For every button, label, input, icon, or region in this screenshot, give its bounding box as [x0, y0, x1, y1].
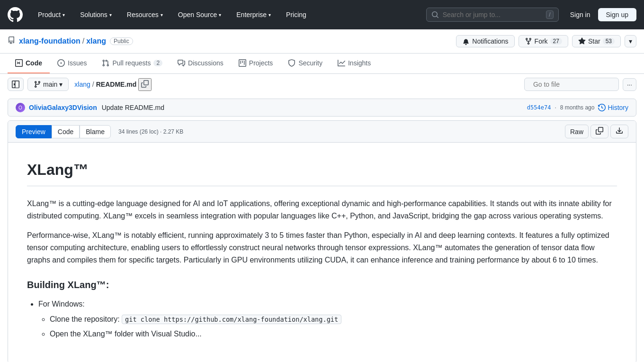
commit-author-link[interactable]: OliviaGalaxy3DVision: [29, 104, 97, 111]
add-button[interactable]: ▾: [625, 35, 636, 47]
readme-perf: Performance-wise, XLang™ is notably effi…: [27, 229, 617, 266]
fork-button[interactable]: Fork 27: [519, 35, 568, 47]
file-toolbar: main ▾ xlang / README.md ···: [0, 74, 644, 95]
chevron-down-icon: ▾: [63, 12, 65, 18]
view-tabs: Preview Code Blame: [16, 125, 111, 138]
issue-icon: [57, 59, 65, 67]
sidebar-toggle-button[interactable]: [8, 78, 24, 91]
code-icon: [15, 59, 23, 67]
tab-discussions[interactable]: Discussions: [170, 54, 231, 73]
security-icon: [288, 59, 295, 67]
star-button[interactable]: Star 53: [572, 35, 621, 47]
nav-pricing[interactable]: Pricing: [282, 8, 310, 21]
search-icon: [431, 11, 439, 18]
readme-title: XLang™: [27, 158, 617, 186]
readme-building-title: Building XLang™:: [27, 277, 617, 292]
file-view-header: Preview Code Blame 34 lines (26 loc) · 2…: [8, 121, 636, 143]
search-input[interactable]: [443, 11, 543, 18]
nav-resources[interactable]: Resources ▾: [123, 8, 167, 21]
repo-visibility-badge: Public: [110, 37, 133, 45]
projects-icon: [239, 59, 246, 67]
tab-blame-view[interactable]: Blame: [80, 125, 111, 138]
breadcrumb: xlang-foundation / xlang: [19, 37, 106, 45]
raw-button[interactable]: Raw: [565, 125, 589, 138]
repo-org-link[interactable]: xlang-foundation: [19, 37, 80, 45]
list-item: Clone the repository: git clone https://…: [50, 313, 617, 326]
repo-name-link[interactable]: xlang: [86, 37, 106, 45]
nav-enterprise[interactable]: Enterprise ▾: [233, 8, 275, 21]
github-logo[interactable]: [8, 7, 23, 22]
notifications-button[interactable]: Notifications: [456, 35, 514, 47]
discussions-icon: [178, 59, 185, 67]
chevron-down-icon: ▾: [109, 12, 112, 18]
branch-selector[interactable]: main ▾: [27, 78, 69, 91]
readme-intro: XLang™ is a cutting-edge language design…: [27, 198, 617, 222]
file-path-link[interactable]: xlang: [74, 81, 90, 88]
chevron-down-icon: ▾: [161, 12, 163, 18]
tab-insights[interactable]: Insights: [330, 54, 378, 73]
nav-product[interactable]: Product ▾: [34, 8, 69, 21]
copy-raw-button[interactable]: [590, 125, 608, 138]
readme-list: For Windows: Clone the repository: git c…: [38, 298, 617, 340]
star-icon: [578, 37, 586, 45]
clone-code: git clone https://github.com/xlang-found…: [122, 315, 341, 324]
history-link[interactable]: History: [598, 104, 628, 111]
auth-buttons: Sign in Sign up: [566, 8, 636, 21]
chevron-down-icon: ▾: [219, 12, 221, 18]
fork-icon: [525, 37, 532, 45]
file-current-name: README.md: [96, 81, 137, 88]
commit-row: O OliviaGalaxy3DVision Update README.md …: [8, 99, 636, 117]
download-button[interactable]: [610, 125, 628, 138]
nav-solutions[interactable]: Solutions ▾: [76, 8, 116, 21]
go-to-file-search[interactable]: [524, 78, 619, 91]
signin-button[interactable]: Sign in: [566, 9, 594, 21]
signup-button[interactable]: Sign up: [598, 8, 636, 21]
commit-meta: d554e74 · 8 months ago History: [527, 104, 628, 111]
search-shortcut: /: [546, 10, 553, 19]
list-item: Open the XLang™ folder with Visual Studi…: [50, 328, 617, 340]
tab-issues[interactable]: Issues: [50, 54, 94, 73]
file-path: xlang / README.md: [74, 78, 152, 91]
file-view: Preview Code Blame 34 lines (26 loc) · 2…: [8, 120, 636, 362]
chevron-down-icon: ▾: [59, 81, 63, 88]
file-actions: Raw: [565, 125, 628, 138]
pr-icon: [102, 59, 109, 67]
tab-pullrequests[interactable]: Pull requests 2: [94, 54, 170, 73]
insights-icon: [338, 59, 345, 67]
list-item: For Windows: Clone the repository: git c…: [38, 298, 617, 340]
chevron-down-icon: ▾: [268, 12, 271, 18]
search-bar[interactable]: /: [426, 8, 559, 22]
avatar: O: [16, 103, 25, 112]
copy-path-button[interactable]: [138, 78, 152, 91]
top-nav: Product ▾ Solutions ▾ Resources ▾ Open S…: [0, 0, 644, 29]
repo-tabs: Code Issues Pull requests 2 Discussions …: [0, 54, 644, 74]
repo-header: xlang-foundation / xlang Public Notifica…: [0, 29, 644, 54]
go-to-file-input[interactable]: [533, 81, 616, 88]
commit-message: Update README.md: [102, 104, 164, 111]
readme-content: XLang™ XLang™ is a cutting-edge language…: [8, 143, 636, 362]
commit-age: 8 months ago: [560, 104, 595, 111]
tab-code[interactable]: Code: [8, 54, 50, 73]
file-stats: 34 lines (26 loc) · 2.27 KB: [118, 128, 183, 135]
repo-icon: [8, 36, 15, 46]
more-options-button[interactable]: ···: [623, 78, 636, 91]
tab-projects[interactable]: Projects: [231, 54, 281, 73]
tab-preview[interactable]: Preview: [16, 125, 52, 138]
repo-actions: Notifications Fork 27 Star 53 ▾: [456, 35, 636, 47]
commit-hash-link[interactable]: d554e74: [527, 104, 551, 111]
history-icon: [598, 104, 606, 111]
bell-icon: [462, 37, 470, 45]
nav-opensource[interactable]: Open Source ▾: [174, 8, 225, 21]
tab-code-view[interactable]: Code: [52, 125, 80, 138]
commit-separator: ·: [555, 104, 556, 111]
tab-security[interactable]: Security: [280, 54, 330, 73]
branch-icon: [34, 81, 41, 88]
